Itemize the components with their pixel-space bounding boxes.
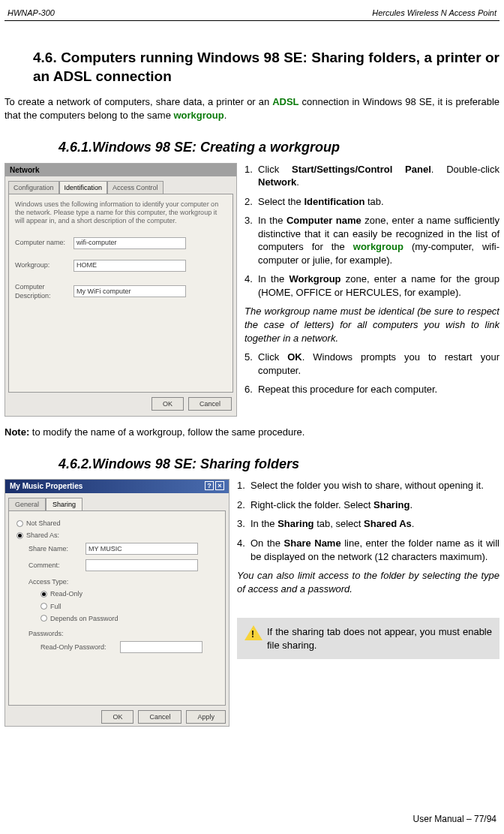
access-type-label: Access Type: — [28, 577, 218, 586]
alert-text: If the sharing tab does not appear, you … — [267, 625, 492, 652]
passwords-label: Passwords: — [28, 629, 218, 638]
share-step-1: 1.Select the folder you wish to share, w… — [237, 479, 500, 492]
cancel-button[interactable]: Cancel — [188, 397, 232, 411]
network-dialog-panel: Windows uses the following information t… — [8, 194, 233, 393]
radio-depends[interactable]: Depends on Password — [40, 614, 218, 623]
doc-code: HWNAP-300 — [8, 8, 55, 19]
tab-access-control[interactable]: Access Control — [107, 181, 164, 194]
network-dialog-desc: Windows uses the following information t… — [15, 200, 226, 224]
computer-desc-label: Computer Description: — [15, 282, 74, 300]
cancel-button[interactable]: Cancel — [138, 710, 182, 724]
network-dialog-title: Network — [5, 164, 236, 177]
footer-pagenum: User Manual – 77/94 — [413, 813, 496, 825]
subsection-462-heading: 4.6.2.Windows 98 SE: Sharing folders — [58, 455, 500, 473]
apply-button[interactable]: Apply — [186, 710, 226, 724]
workgroup-italic-note: The workgroup name must be identical (be… — [244, 305, 500, 345]
step-2: 2.Select the Identification tab. — [244, 195, 500, 209]
workgroup-input[interactable]: HOME — [74, 260, 186, 272]
tab-configuration[interactable]: Configuration — [8, 181, 59, 194]
workgroup-link: workgroup — [173, 110, 224, 121]
sharing-instructions: 1.Select the folder you wish to share, w… — [237, 479, 500, 727]
step-1: 1.Click Start/Settings/Control Panel. Do… — [244, 163, 500, 189]
computer-desc-input[interactable]: My WiFi computer — [74, 285, 186, 297]
note-text: Note: to modify the name of a workgroup,… — [4, 426, 500, 439]
alert-box: If the sharing tab does not appear, you … — [237, 618, 500, 659]
adsl-link: ADSL — [272, 96, 298, 107]
comment-input[interactable] — [86, 559, 198, 571]
share-name-input[interactable]: MY MUSIC — [86, 543, 198, 555]
ok-button[interactable]: OK — [101, 710, 134, 724]
doc-header: HWNAP-300 Hercules Wireless N Access Poi… — [4, 8, 500, 21]
properties-dialog: My Music Properties ? × General Sharing … — [4, 479, 230, 727]
section-intro: To create a network of computers, share … — [4, 95, 500, 122]
radio-full[interactable]: Full — [40, 602, 218, 611]
workgroup-label: Workgroup: — [15, 260, 74, 269]
doc-title: Hercules Wireless N Access Point — [372, 8, 496, 19]
workgroup-instructions: 1.Click Start/Settings/Control Panel. Do… — [244, 163, 500, 417]
network-dialog: Network Configuration Identification Acc… — [4, 163, 237, 417]
share-step-2: 2.Right-click the folder. Select Sharing… — [237, 498, 500, 512]
step-4: 4.In the Workgroup zone, enter a name fo… — [244, 272, 500, 299]
ok-button[interactable]: OK — [152, 397, 184, 411]
computer-name-input[interactable]: wifi-computer — [74, 237, 186, 249]
radio-not-shared[interactable]: Not Shared — [16, 519, 218, 528]
step-6: 6.Repeat this procedure for each compute… — [244, 383, 500, 396]
sharing-italic-note: You can also limit access to the folder … — [237, 569, 500, 595]
radio-read-only[interactable]: Read-Only — [40, 589, 218, 598]
share-step-4: 4.On the Share Name line, enter the fold… — [237, 537, 500, 563]
step-5: 5.Click OK. Windows prompts you to resta… — [244, 351, 500, 377]
properties-dialog-title: My Music Properties ? × — [5, 480, 229, 493]
help-icon[interactable]: ? — [205, 481, 214, 490]
network-dialog-tabs: Configuration Identification Access Cont… — [8, 181, 233, 194]
section-heading: 4.6. Computers running Windows 98 SE: Sh… — [33, 48, 500, 86]
step-3: 3.In the Computer name zone, enter a nam… — [244, 214, 500, 266]
tab-general[interactable]: General — [8, 498, 46, 510]
comment-label: Comment: — [28, 561, 81, 570]
share-step-3: 3.In the Sharing tab, select Shared As. — [237, 517, 500, 531]
computer-name-label: Computer name: — [15, 238, 74, 247]
tab-identification[interactable]: Identification — [59, 181, 108, 194]
share-name-label: Share Name: — [28, 544, 81, 553]
ro-password-input[interactable] — [120, 641, 202, 653]
ro-password-label: Read-Only Password: — [40, 643, 116, 652]
subsection-461-heading: 4.6.1.Windows 98 SE: Creating a workgrou… — [58, 138, 500, 156]
warning-icon — [244, 625, 262, 640]
radio-shared-as[interactable]: Shared As: — [16, 531, 218, 540]
tab-sharing[interactable]: Sharing — [46, 498, 82, 510]
close-icon[interactable]: × — [215, 481, 224, 490]
